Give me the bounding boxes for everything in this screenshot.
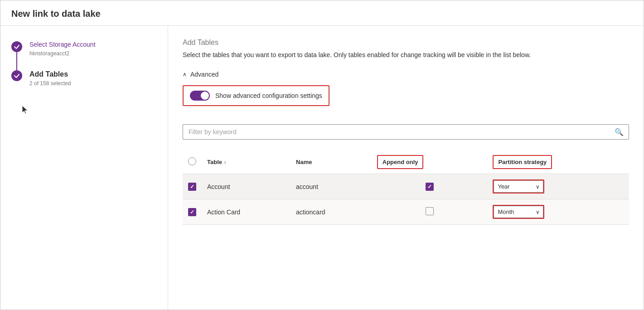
th-name: Name xyxy=(291,150,372,174)
row-append-actioncard xyxy=(372,199,488,225)
append-checkbox-actioncard[interactable] xyxy=(426,207,434,215)
row-append-account xyxy=(372,174,488,199)
table-body: Account account Year Mont xyxy=(183,174,629,225)
select-all-radio[interactable] xyxy=(188,157,196,165)
table-header: Table ↑ Name Append only Partition strat… xyxy=(183,150,629,174)
th-table-label: Table xyxy=(207,159,222,165)
th-name-label: Name xyxy=(296,159,312,165)
account-name: account xyxy=(296,183,318,190)
row-name-account: account xyxy=(291,174,372,199)
cursor-indicator xyxy=(20,105,157,117)
th-append-only-cell: Append only xyxy=(372,150,488,174)
partition-select-actioncard[interactable]: Year Month Day None xyxy=(494,206,543,218)
advanced-toggle-header[interactable]: ∧ Advanced xyxy=(183,71,629,78)
row-name-actioncard: actioncard xyxy=(291,199,372,225)
advanced-section-label: Advanced xyxy=(190,71,218,78)
row-checkbox-account[interactable] xyxy=(188,183,196,191)
table-row: Action Card actioncard Year xyxy=(183,199,629,225)
sidebar: Select Storage Account hknstorageacct2 A… xyxy=(0,26,168,310)
step-connector xyxy=(16,52,17,70)
step-icon-tables xyxy=(11,70,22,81)
partition-select-account[interactable]: Year Month Day None xyxy=(494,180,543,193)
content-area: Select Storage Account hknstorageacct2 A… xyxy=(0,26,644,310)
filter-input-wrapper: 🔍 xyxy=(183,124,629,140)
step-select-storage: Select Storage Account hknstorageacct2 xyxy=(11,40,157,57)
account-table-name: Account xyxy=(207,183,230,190)
step-content-storage: Select Storage Account hknstorageacct2 xyxy=(29,40,96,57)
toggle-label-text: Show advanced configuration settings xyxy=(215,92,322,99)
filter-input[interactable] xyxy=(183,124,629,140)
th-append-only-label: Append only xyxy=(377,155,424,169)
partition-select-wrapper-actioncard: Year Month Day None xyxy=(493,205,544,219)
step-icon-storage xyxy=(11,41,22,52)
panel-description: Select the tables that you want to expor… xyxy=(183,50,629,60)
page-wrapper: New link to data lake Select Storage Acc… xyxy=(0,0,644,310)
partition-select-wrapper-account: Year Month Day None xyxy=(493,179,544,194)
step-content-tables: Add Tables 2 of 158 selected xyxy=(29,69,71,87)
th-partition-label: Partition strategy xyxy=(493,155,552,169)
step-title-storage[interactable]: Select Storage Account xyxy=(29,40,96,49)
th-table: Table ↑ xyxy=(202,150,291,174)
row-table-account: Account xyxy=(202,174,291,199)
row-partition-actioncard: Year Month Day None xyxy=(487,199,629,225)
page-title: New link to data lake xyxy=(0,0,644,26)
advanced-config-toggle[interactable] xyxy=(190,91,210,101)
sort-icon[interactable]: ↑ xyxy=(224,160,227,165)
actioncard-name: actioncard xyxy=(296,208,325,216)
main-panel: Add Tables Select the tables that you wa… xyxy=(168,26,644,310)
step-title-tables[interactable]: Add Tables xyxy=(29,69,71,79)
row-partition-account: Year Month Day None xyxy=(487,174,629,199)
tables-data-table: Table ↑ Name Append only Partition strat… xyxy=(183,150,629,225)
panel-heading: Add Tables xyxy=(183,39,629,47)
append-checkbox-account[interactable] xyxy=(426,183,434,191)
row-select-actioncard xyxy=(183,199,202,225)
table-row: Account account Year Mont xyxy=(183,174,629,199)
chevron-up-icon: ∧ xyxy=(183,71,187,78)
step-subtitle-storage: hknstorageacct2 xyxy=(29,50,96,57)
row-table-actioncard: Action Card xyxy=(202,199,291,225)
step-add-tables: Add Tables 2 of 158 selected xyxy=(11,69,157,87)
th-partition-strategy-cell: Partition strategy xyxy=(487,150,629,174)
search-icon: 🔍 xyxy=(615,128,624,136)
row-checkbox-actioncard[interactable] xyxy=(188,208,196,216)
advanced-section: ∧ Advanced Show advanced configuration s… xyxy=(183,71,629,115)
header-row: Table ↑ Name Append only Partition strat… xyxy=(183,150,629,174)
advanced-config-toggle-box: Show advanced configuration settings xyxy=(183,85,329,106)
row-select-account xyxy=(183,174,202,199)
th-select xyxy=(183,150,202,174)
actioncard-table-name: Action Card xyxy=(207,208,240,216)
step-subtitle-tables: 2 of 158 selected xyxy=(29,80,71,87)
